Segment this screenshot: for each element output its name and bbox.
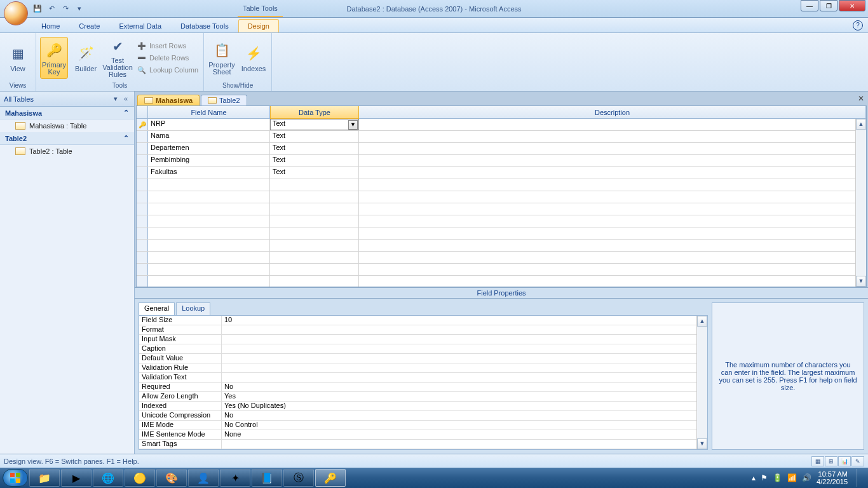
primary-key-button[interactable]: 🔑 Primary Key [40,37,68,79]
nav-collapse-icon[interactable]: « [121,95,130,103]
taskbar-mediaplayer[interactable]: ▶ [61,469,92,487]
field-name-cell[interactable]: Nama [148,131,270,142]
table-row[interactable] [137,191,866,203]
property-value[interactable]: Yes [222,392,707,401]
data-type-cell[interactable] [270,179,359,191]
taskbar-photos[interactable]: ✦ [220,469,250,487]
row-selector[interactable]: 🔑 [137,119,148,130]
start-button[interactable] [3,469,28,487]
fp-tab-general[interactable]: General [139,302,175,315]
row-selector[interactable] [137,203,148,215]
tab-home[interactable]: Home [32,19,69,32]
property-row[interactable]: Format [139,325,707,335]
description-cell[interactable] [359,119,866,130]
row-selector[interactable] [137,167,148,179]
fp-tab-lookup[interactable]: Lookup [176,302,210,315]
property-row[interactable]: Caption [139,344,707,354]
restore-button[interactable]: ❐ [820,0,837,11]
property-row[interactable]: Validation Rule [139,363,707,373]
property-value[interactable] [222,344,707,353]
description-cell[interactable] [359,276,866,287]
taskbar-app1[interactable]: 🟡 [125,469,155,487]
table-row[interactable]: NamaText [137,131,866,143]
property-value[interactable] [222,335,707,344]
close-tab-icon[interactable]: ✕ [858,94,864,103]
field-name-cell[interactable] [148,227,270,239]
row-selector[interactable] [137,131,148,142]
data-type-cell[interactable] [270,203,359,215]
scroll-up-icon[interactable]: ▲ [697,316,707,327]
description-cell[interactable] [359,252,866,263]
property-row[interactable]: RequiredNo [139,383,707,392]
property-value[interactable] [222,363,707,372]
save-icon[interactable]: 💾 [32,3,43,15]
row-selector[interactable] [137,215,148,227]
field-name-cell[interactable]: Departemen [148,143,270,154]
battery-icon[interactable]: 🔋 [773,473,782,482]
property-value[interactable] [222,325,707,334]
scroll-up-icon[interactable]: ▲ [856,119,866,130]
property-row[interactable]: Unicode CompressionNo [139,411,707,421]
table-row[interactable] [137,179,866,191]
property-row[interactable]: Allow Zero LengthYes [139,392,707,402]
volume-icon[interactable]: 🔊 [802,473,811,482]
description-cell[interactable] [359,155,866,166]
field-name-cell[interactable]: NRP [148,119,270,130]
qat-dropdown-icon[interactable]: ▾ [74,3,85,15]
nav-item-table2[interactable]: Table2 : Table [0,145,134,158]
insert-rows-button[interactable]: ➕Insert Rows [135,40,200,51]
data-type-cell[interactable] [270,276,359,287]
property-row[interactable]: Smart Tags [139,440,707,449]
property-row[interactable]: IME ModeNo Control [139,421,707,430]
flag-icon[interactable]: ⚑ [761,473,768,482]
row-selector[interactable] [137,179,148,191]
indexes-button[interactable]: ⚡ Indexes [240,37,268,79]
row-selector-header[interactable] [137,106,148,118]
tray-expand-icon[interactable]: ▴ [752,473,756,482]
data-type-cell[interactable] [270,227,359,239]
property-value[interactable] [222,354,707,363]
property-sheet-button[interactable]: 📋 Property Sheet [208,37,236,79]
data-type-cell[interactable] [270,240,359,251]
data-type-cell[interactable]: Text [270,143,359,154]
table-row[interactable] [137,240,866,252]
description-cell[interactable] [359,191,866,203]
table-row[interactable]: 🔑NRPText▼ [137,119,866,131]
tab-design[interactable]: Design [238,19,279,32]
taskbar-explorer[interactable]: 📁 [29,469,60,487]
nav-item-mahasiswa-table[interactable]: Mahasiswa : Table [0,119,134,132]
property-value[interactable] [222,440,707,449]
property-value[interactable] [222,373,707,382]
col-data-type[interactable]: Data Type [270,105,359,119]
row-selector[interactable] [137,191,148,203]
row-selector[interactable] [137,276,148,287]
field-name-cell[interactable]: Fakultas [148,167,270,179]
table-row[interactable] [137,264,866,276]
view-btn-datasheet[interactable]: ▦ [811,456,824,466]
table-row[interactable]: FakultasText [137,167,866,179]
vertical-scrollbar[interactable]: ▲ ▼ [855,119,866,287]
table-row[interactable] [137,203,866,215]
property-row[interactable]: Field Size10 [139,316,707,325]
field-name-cell[interactable] [148,264,270,275]
property-row[interactable]: Default Value [139,354,707,363]
table-row[interactable] [137,215,866,227]
nav-header[interactable]: All Tables ▾« [0,92,134,107]
tab-database-tools[interactable]: Database Tools [171,19,238,32]
property-row[interactable]: IndexedYes (No Duplicates) [139,402,707,411]
view-btn-pivottable[interactable]: ⊞ [825,456,837,466]
property-value[interactable]: None [222,430,707,439]
scroll-down-icon[interactable]: ▼ [697,438,707,449]
field-name-cell[interactable] [148,240,270,251]
data-type-cell[interactable] [270,215,359,227]
table-row[interactable] [137,252,866,264]
network-icon[interactable]: 📶 [787,473,797,482]
property-row[interactable]: Validation Text [139,373,707,383]
undo-icon[interactable]: ↶ [46,3,57,15]
data-type-cell[interactable]: Text [270,155,359,166]
view-btn-pivotchart[interactable]: 📊 [838,456,851,466]
col-field-name[interactable]: Field Name [148,106,270,118]
property-value[interactable]: No [222,383,707,391]
description-cell[interactable] [359,240,866,251]
description-cell[interactable] [359,203,866,215]
